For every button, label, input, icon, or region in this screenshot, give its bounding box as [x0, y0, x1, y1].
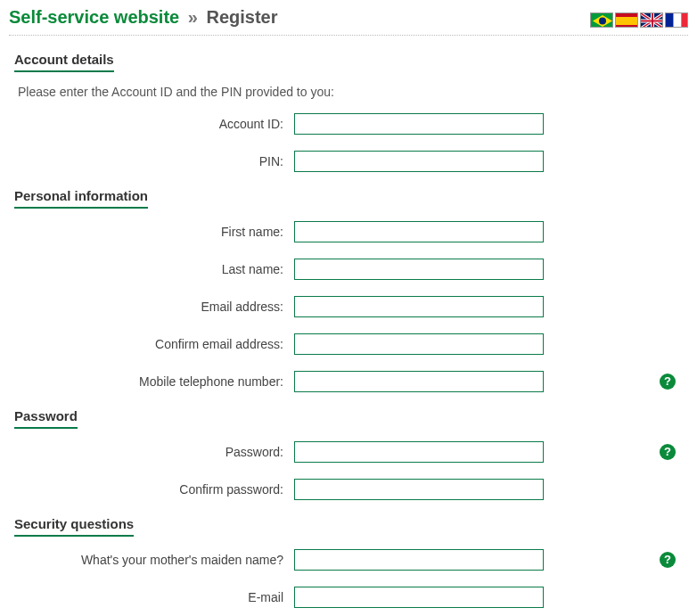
form-row-confirm-password: Confirm password: — [9, 479, 688, 500]
breadcrumb: Self-service website » Register — [9, 7, 278, 28]
first-name-label: First name: — [9, 225, 294, 239]
account-id-label: Account ID: — [9, 117, 294, 131]
confirm-password-input[interactable] — [294, 479, 544, 500]
form-row-password: Password: ? — [9, 441, 688, 463]
form-row-security-q2: E-mail — [9, 587, 688, 608]
form-row-confirm-email: Confirm email address: — [9, 333, 688, 355]
pin-input[interactable] — [294, 151, 544, 172]
form-row-mobile: Mobile telephone number: ? — [9, 371, 688, 392]
confirm-password-label: Confirm password: — [9, 482, 294, 497]
password-input[interactable] — [294, 441, 544, 463]
section-account-details: Account details Please enter the Account… — [9, 52, 688, 172]
svg-point-2 — [599, 18, 606, 25]
pin-label: PIN: — [9, 154, 294, 168]
language-flags — [590, 12, 688, 28]
section-heading-security: Security questions — [14, 516, 134, 537]
security-q2-label: E-mail — [9, 590, 294, 604]
first-name-input[interactable] — [294, 221, 544, 242]
confirm-email-input[interactable] — [294, 333, 544, 355]
help-icon[interactable]: ? — [660, 374, 676, 390]
account-id-input[interactable] — [294, 113, 544, 135]
mobile-label: Mobile telephone number: — [9, 374, 294, 389]
section-password: Password Password: ? Confirm password: — [9, 408, 688, 500]
help-icon[interactable]: ? — [660, 444, 676, 460]
account-intro-text: Please enter the Account ID and the PIN … — [18, 85, 688, 99]
form-row-account-id: Account ID: — [9, 113, 688, 135]
last-name-label: Last name: — [9, 262, 294, 276]
security-q2-input[interactable] — [294, 587, 544, 608]
email-input[interactable] — [294, 296, 544, 317]
confirm-email-label: Confirm email address: — [9, 337, 294, 351]
form-row-email: Email address: — [9, 296, 688, 317]
svg-rect-4 — [616, 17, 638, 25]
help-icon[interactable]: ? — [660, 552, 676, 568]
brazil-flag-icon[interactable] — [590, 12, 613, 28]
uk-flag-icon[interactable] — [640, 12, 663, 28]
site-title: Self-service website — [9, 7, 179, 27]
section-heading-personal: Personal information — [14, 188, 148, 209]
page-title: Register — [206, 7, 277, 27]
section-heading-account: Account details — [14, 52, 114, 72]
breadcrumb-separator: » — [188, 7, 198, 27]
form-row-pin: PIN: — [9, 151, 688, 172]
form-row-last-name: Last name: — [9, 259, 688, 280]
password-label: Password: — [9, 445, 294, 459]
svg-rect-9 — [641, 21, 663, 22]
section-security-questions: Security questions What's your mother's … — [9, 516, 688, 608]
form-row-security-q1: What's your mother's maiden name? ? — [9, 549, 688, 571]
page-header: Self-service website » Register — [9, 7, 688, 36]
svg-rect-11 — [674, 13, 682, 28]
email-label: Email address: — [9, 300, 294, 314]
last-name-input[interactable] — [294, 259, 544, 280]
svg-rect-10 — [666, 13, 674, 28]
svg-rect-12 — [681, 13, 688, 28]
mobile-input[interactable] — [294, 371, 544, 392]
section-personal-information: Personal information First name: Last na… — [9, 188, 688, 392]
security-q1-input[interactable] — [294, 549, 544, 571]
security-q1-label: What's your mother's maiden name? — [9, 553, 294, 567]
spain-flag-icon[interactable] — [615, 12, 638, 28]
france-flag-icon[interactable] — [665, 12, 688, 28]
form-row-first-name: First name: — [9, 221, 688, 242]
section-heading-password: Password — [14, 408, 78, 429]
